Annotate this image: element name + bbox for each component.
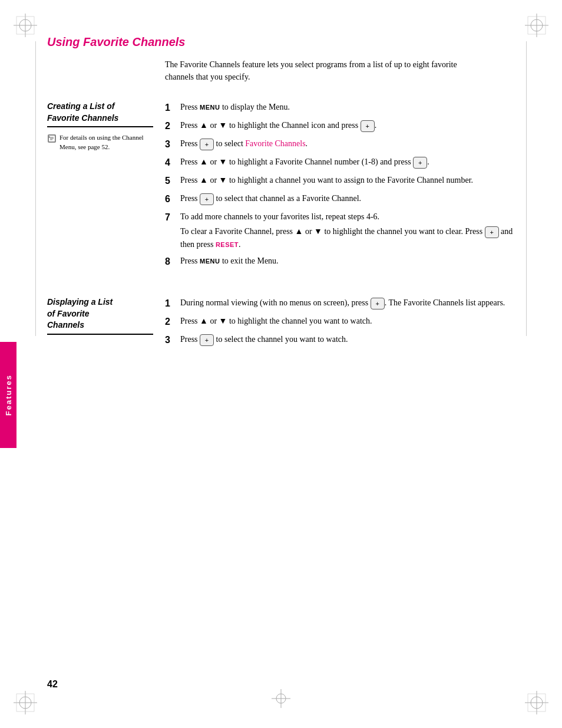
- note-text: For details on using the Channel Menu, s…: [59, 133, 153, 151]
- step-4: 4 Press ▲ or ▼ to highlight a Favorite C…: [165, 156, 521, 170]
- enter-key: +: [361, 120, 375, 133]
- menu-keyword: MENU: [200, 104, 220, 111]
- section-creating-left: Creating a List ofFavorite Channels For …: [47, 101, 165, 273]
- enter-key-2: +: [200, 139, 214, 151]
- note-icon: [47, 134, 57, 143]
- enter-key-d1: +: [371, 298, 385, 310]
- favorite-channels-link: Favorite Channels: [245, 139, 305, 148]
- step-6: 6 Press + to select that channel as a Fa…: [165, 192, 521, 206]
- page-title: Using Favorite Channels: [47, 35, 521, 49]
- svg-point-24: [48, 136, 50, 138]
- creating-steps: 1 Press MENU to display the Menu. 2 Pres…: [165, 101, 521, 269]
- displaying-steps: 1 During normal viewing (with no menus o…: [165, 297, 521, 347]
- reset-keyword: RESET: [216, 241, 239, 248]
- enter-key-d3: +: [200, 334, 214, 347]
- section-creating-right: 1 Press MENU to display the Menu. 2 Pres…: [165, 101, 521, 273]
- section-displaying: Displaying a Listof FavoriteChannels 1 D…: [47, 297, 521, 351]
- section-displaying-title: Displaying a Listof FavoriteChannels: [47, 297, 153, 335]
- step-2: 2 Press ▲ or ▼ to highlight the Channel …: [165, 119, 521, 133]
- step-7: 7 To add more channels to your favorites…: [165, 210, 521, 251]
- section-creating-title: Creating a List ofFavorite Channels: [47, 101, 153, 127]
- page-content: Using Favorite Channels The Favorite Cha…: [0, 0, 562, 728]
- step-8: 8 Press MENU to exit the Menu.: [165, 255, 521, 269]
- disp-step-3: 3 Press + to select the channel you want…: [165, 333, 521, 347]
- section-creating: Creating a List ofFavorite Channels For …: [47, 101, 521, 273]
- step-7-sub: To clear a Favorite Channel, press ▲ or …: [180, 225, 521, 251]
- menu-keyword-2: MENU: [200, 258, 220, 265]
- section-displaying-left: Displaying a Listof FavoriteChannels: [47, 297, 165, 351]
- section-displaying-right: 1 During normal viewing (with no menus o…: [165, 297, 521, 351]
- disp-step-2: 2 Press ▲ or ▼ to highlight the channel …: [165, 315, 521, 329]
- enter-key-3: +: [413, 157, 427, 169]
- enter-key-4: +: [200, 193, 214, 206]
- intro-paragraph: The Favorite Channels feature lets you s…: [165, 58, 471, 83]
- disp-step-1: 1 During normal viewing (with no menus o…: [165, 297, 521, 311]
- section-creating-note: For details on using the Channel Menu, s…: [47, 133, 153, 151]
- enter-key-5: +: [485, 226, 499, 239]
- page-number: 42: [47, 679, 58, 690]
- step-3: 3 Press + to select Favorite Channels.: [165, 137, 521, 151]
- step-5: 5 Press ▲ or ▼ to highlight a channel yo…: [165, 174, 521, 188]
- step-1: 1 Press MENU to display the Menu.: [165, 101, 521, 115]
